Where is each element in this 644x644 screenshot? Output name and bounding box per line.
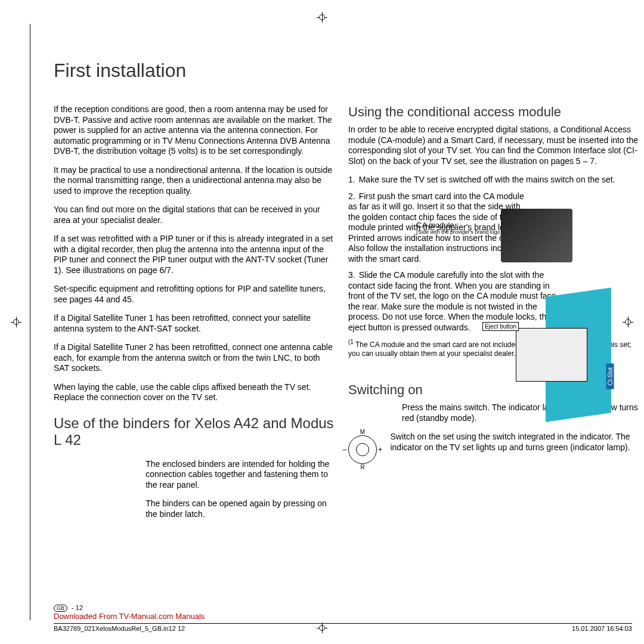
binders-p1: The enclosed binders are intended for ho… — [145, 459, 334, 491]
page-number: GB - 12 — [54, 604, 632, 612]
left-p3: You can find out more on the digital sta… — [54, 205, 334, 225]
eject-button-label: Eject button — [482, 322, 519, 331]
binders-p2: The binders can be opened again by press… — [145, 499, 334, 519]
cropmark-top — [317, 12, 327, 23]
left-p6: If a Digital Satellite Tuner 1 has been … — [54, 313, 334, 334]
step-1: Make sure the TV set is switched off wit… — [348, 175, 644, 185]
footer-date: 15.01.2007 16:54:03 — [572, 625, 632, 632]
ci-slot-label: CI-Slot — [606, 364, 614, 389]
left-p5: Set-specific equipment and retrofitting … — [54, 284, 334, 305]
crop-vline — [30, 24, 30, 620]
ca-module-illustration: CA module (Side with the provider's bran… — [465, 209, 572, 280]
footer-file: BA32789_021XelosModusRel_5_GB.in12 12 — [54, 625, 185, 632]
cam-heading: Using the conditional access module — [348, 104, 644, 120]
download-link[interactable]: Downloaded From TV-Manual.com Manuals — [54, 612, 632, 621]
binders-heading: Use of the binders for Xelos A42 and Mod… — [54, 415, 334, 448]
cropmark-left — [11, 317, 21, 327]
left-p1: If the reception conditions are good, th… — [54, 104, 334, 157]
switch-p2: Switch on the set using the switch integ… — [390, 432, 640, 453]
left-p2: It may be practical to use a nondirectio… — [54, 165, 334, 197]
cam-intro: In order to be able to receive encrypted… — [348, 125, 644, 166]
left-p7: If a Digital Satellite Tuner 2 has been … — [54, 342, 334, 374]
ca-module-label: CA module — [416, 221, 454, 230]
page-title: First installation — [54, 60, 590, 82]
left-p8: When laying the cable, use the cable cli… — [54, 382, 334, 403]
indicator-dial-icon: M R – + — [348, 435, 377, 464]
ci-slot-illustration: Eject button CI-Slot — [480, 292, 611, 429]
ca-module-sublabel: (Side with the provider's brand logo) — [416, 230, 502, 236]
left-p4: If a set was retrofitted with a PIP tune… — [54, 234, 334, 275]
